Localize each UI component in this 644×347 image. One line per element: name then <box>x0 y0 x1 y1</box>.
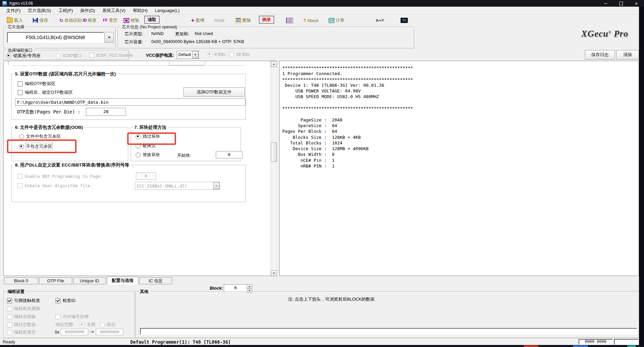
tv-button[interactable]: TV <box>400 17 408 24</box>
checkbox-blank-before[interactable]: 编程前查空 <box>7 329 36 335</box>
ram-button[interactable]: RAM <box>214 17 224 24</box>
radio-socket[interactable]: 锁紧座/专用座 <box>6 53 41 59</box>
title-bar: Xgpro v13.06 × <box>0 0 644 7</box>
radio-addr-partial[interactable]: 部分 <box>100 322 116 328</box>
status-ready: Ready <box>3 339 15 344</box>
logic-convert-button[interactable]: A⇒Y <box>376 17 384 24</box>
checkbox-lock-otp[interactable]: 编程后，锁定OTP数据区 <box>18 89 73 95</box>
settings-scrollbar[interactable] <box>271 61 276 276</box>
calc-button[interactable]: 计算 <box>329 17 344 24</box>
block-stepper[interactable] <box>247 284 252 292</box>
algorithm-file-combobox[interactable]: ECC-256Bx2-SMALL.dll <box>135 182 220 190</box>
checksum-value: Not Used <box>195 31 213 36</box>
toolbar-separator <box>166 17 167 24</box>
chip-info-legend: 芯片信息 (No Project opened) <box>121 24 178 30</box>
section7-title: 7. 坏块处理方法 <box>133 124 168 130</box>
checkbox-pin-check[interactable]: 引脚接触检查 <box>7 298 40 304</box>
load-button[interactable]: 载入 <box>7 17 23 24</box>
scroll-up-button[interactable] <box>271 61 277 67</box>
log-panel[interactable]: ****************************************… <box>279 61 639 276</box>
section5-group: 5. 设置OTP数据 (该区域内容,芯片只允许编程一次) 编程OTP数据区 编程… <box>11 74 246 120</box>
radio-icsp[interactable]: ICSP接口 <box>56 53 82 59</box>
about-button[interactable]: ? About <box>303 17 319 24</box>
checkbox-enable-bbt[interactable]: Enable BBT Programming to Page: <box>18 174 103 179</box>
menu-help[interactable]: 帮助(H) <box>129 7 151 14</box>
checkbox-erase-before[interactable]: 编程前先擦除 <box>7 306 40 312</box>
checkbox-verify-after[interactable]: 编程后校验 <box>7 314 36 320</box>
menu-system-tools[interactable]: 系统工具(V) <box>99 7 129 14</box>
other-group: 其他 注: 点击上下箭头，可浏览前后BLOCK的数据 <box>136 291 640 338</box>
taskbar-sliver-teal <box>627 345 636 347</box>
otp-file-path-input[interactable]: F:\Xgpro\UserData\NAND\OTP_data.bin <box>15 98 246 106</box>
bbt-page-input[interactable]: 0 <box>136 172 156 180</box>
block-number-input[interactable]: 0 <box>224 284 247 292</box>
spinner-up-icon[interactable] <box>247 284 252 288</box>
taskbar-sliver-red <box>524 345 538 347</box>
addr-to-input[interactable]: 00000000 <box>96 329 123 335</box>
tab-config-options[interactable]: 配置与选项 <box>107 277 138 285</box>
erase-icon <box>236 18 241 23</box>
menu-language[interactable]: Language(L) <box>151 7 183 14</box>
menu-file[interactable]: 文件(F) <box>3 7 24 14</box>
otp-pages-input[interactable]: 28 <box>86 108 126 116</box>
vcc-combobox[interactable]: Default <box>177 51 199 59</box>
socket-button[interactable] <box>286 17 293 24</box>
addr-from-input[interactable]: 00000000 <box>61 329 88 335</box>
xgpro-window: Xgpro v13.06 × 文件(F) 芯片选择(S) 工程(P) 操作(D)… <box>0 0 644 347</box>
erase-button[interactable]: 擦除 <box>236 17 251 24</box>
clear-log-button[interactable]: 清除 <box>616 50 639 59</box>
tab-otp-file[interactable]: OTP File <box>39 277 72 284</box>
hex-prefix-label: 0x <box>55 330 59 335</box>
menu-chip-select[interactable]: 芯片选择(S) <box>24 7 55 14</box>
checkbox-icsp-vcc[interactable]: ICSP_VCC Enable <box>89 53 133 58</box>
chip-info-group: 芯片信息 (No Project opened) 芯片类型: NAND 累加和:… <box>118 27 414 48</box>
save-log-button[interactable]: 保存日志 <box>585 50 615 59</box>
capacity-label: 芯片容量: <box>125 39 143 45</box>
radio-skip-bad-block[interactable]: 跳过坏块 <box>136 133 160 139</box>
checkbox-user-algorithm[interactable]: Enbale User Algorithm file: <box>18 183 93 188</box>
radio-file-without-oob[interactable]: 不包含冗余区 <box>19 143 52 149</box>
radio-16bits[interactable]: 16 Bits <box>229 52 250 57</box>
scrollbar-thumb[interactable] <box>271 142 277 162</box>
checkbox-program-otp[interactable]: 编程OTP数据区 <box>18 81 55 87</box>
tab-block0[interactable]: Block 0 <box>4 277 38 284</box>
checkbox-check-id[interactable]: 检查ID <box>55 298 75 304</box>
checkbox-auto-serial[interactable]: 允许编号自增 <box>55 314 89 320</box>
section6-group: 6. 文件中是否包含冗余数据(OOB) 文件中包含冗余区 不包含冗余区 <box>11 127 128 161</box>
scroll-down-button[interactable] <box>271 270 277 276</box>
folder-icon <box>7 18 13 23</box>
tab-unique-id[interactable]: Unique ID <box>73 277 106 284</box>
maximize-button[interactable] <box>613 0 629 7</box>
menu-project[interactable]: 工程(P) <box>55 7 76 14</box>
checkbox-skip-blank[interactable]: 跳过空数据 <box>7 322 36 328</box>
verify-button[interactable]: 校验 <box>124 17 139 24</box>
addr-range-label: 地址范围: <box>55 322 74 328</box>
id-check-button[interactable]: ID 检查 <box>83 17 97 24</box>
tv-icon: TV <box>400 18 408 23</box>
radio-hard-copy[interactable]: 硬拷贝 <box>136 143 156 149</box>
add-button[interactable]: + 新增 <box>191 17 204 24</box>
choose-otp-file-button[interactable]: 选择OTP数据文件 <box>183 87 245 97</box>
radio-file-with-oob[interactable]: 文件中包含冗余区 <box>19 133 61 139</box>
ram-icon: RAM <box>214 18 224 23</box>
chevron-down-icon <box>192 51 198 58</box>
blank-check-button[interactable]: FF 查空 <box>103 17 118 24</box>
about-icon: ? <box>303 18 306 23</box>
menu-operation[interactable]: 操作(D) <box>76 7 99 14</box>
tab-ic-info[interactable]: IC 信息 <box>139 277 172 284</box>
window-title: Xgpro v13.06 <box>9 1 33 6</box>
minimize-button[interactable] <box>598 0 613 7</box>
auto-identify-button[interactable]: ↻ 自动识别 <box>59 17 82 24</box>
radio-8bits[interactable]: 8 Bits <box>207 52 225 57</box>
radio-addr-all[interactable]: 全部 <box>80 322 96 328</box>
start-block-input[interactable]: 0 <box>216 151 243 158</box>
save-button[interactable]: 保存 <box>33 17 48 24</box>
close-button[interactable]: × <box>629 0 644 7</box>
progress-bar <box>140 328 637 335</box>
chip-select-combobox[interactable]: F50L1G41LB(x4) @WSON8 <box>7 32 104 43</box>
chip-select-dropdown-button[interactable] <box>105 32 114 43</box>
burn-button[interactable]: 烧录 <box>259 16 274 23</box>
radio-replace-bad-block[interactable]: 替换坏块 <box>136 152 160 158</box>
chevron-down-icon <box>108 37 111 38</box>
read-button[interactable]: 读取 <box>144 16 160 23</box>
